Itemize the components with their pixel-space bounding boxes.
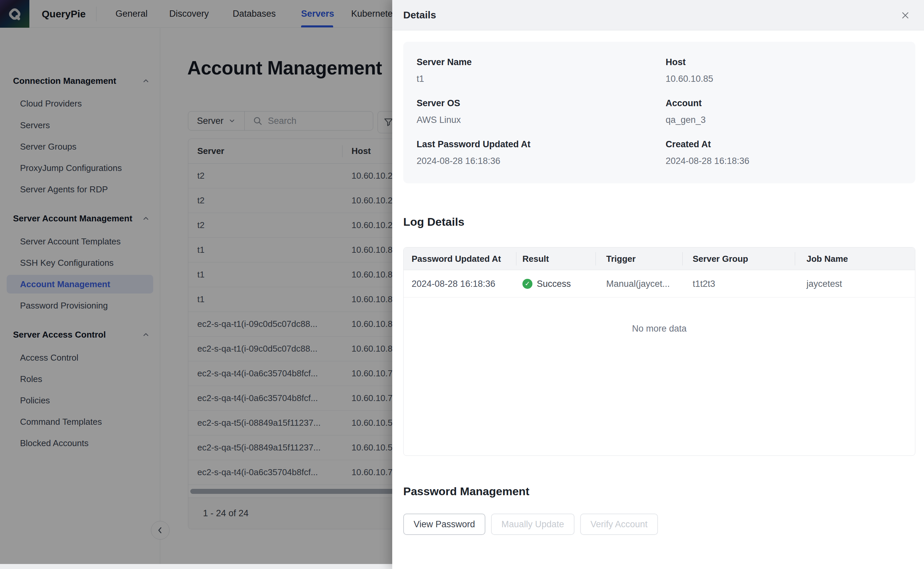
result-text: Success bbox=[537, 270, 571, 298]
field-value: 2024-08-28 16:18:36 bbox=[666, 156, 902, 166]
field-value: AWS Linux bbox=[416, 115, 666, 125]
field-label: Last Password Updated At bbox=[416, 139, 666, 150]
log-table-row[interactable]: 2024-08-28 16:18:36 ✓ Success Manual(jay… bbox=[404, 270, 915, 298]
field-label: Account bbox=[666, 98, 902, 108]
field-server-os: Server OS AWS Linux bbox=[416, 98, 666, 125]
field-label: Host bbox=[666, 57, 902, 67]
field-label: Created At bbox=[666, 139, 902, 150]
close-icon bbox=[900, 10, 911, 21]
app-root: QueryPie General Discovery Databases Ser… bbox=[0, 0, 924, 569]
column-divider bbox=[596, 252, 596, 265]
verify-account-button[interactable]: Verify Account bbox=[580, 514, 658, 535]
field-value: qa_gen_3 bbox=[666, 115, 902, 125]
field-server-name: Server Name t1 bbox=[416, 57, 666, 84]
close-button[interactable] bbox=[899, 9, 912, 22]
field-label: Server Name bbox=[416, 57, 666, 67]
log-table-header: Password Updated At Result Trigger Serve… bbox=[404, 248, 915, 270]
log-details-title: Log Details bbox=[403, 215, 464, 228]
success-check-icon: ✓ bbox=[523, 279, 532, 289]
field-last-password-updated-at: Last Password Updated At 2024-08-28 16:1… bbox=[416, 139, 666, 166]
server-info-card: Server Name t1 Host 10.60.10.85 Server O… bbox=[403, 42, 915, 183]
cell-result: ✓ Success bbox=[523, 270, 571, 298]
manually-update-button[interactable]: Maually Update bbox=[491, 514, 574, 535]
field-created-at: Created At 2024-08-28 16:18:36 bbox=[666, 139, 902, 166]
field-account: Account qa_gen_3 bbox=[666, 98, 902, 125]
log-details-table: Password Updated At Result Trigger Serve… bbox=[403, 247, 915, 456]
field-value: t1 bbox=[416, 74, 666, 84]
column-divider bbox=[795, 252, 795, 265]
field-host: Host 10.60.10.85 bbox=[666, 57, 902, 84]
field-label: Server OS bbox=[416, 98, 666, 108]
password-management-actions: View Password Maually Update Verify Acco… bbox=[403, 514, 658, 535]
column-header-result[interactable]: Result bbox=[523, 248, 549, 270]
column-header-trigger[interactable]: Trigger bbox=[606, 248, 635, 270]
drawer-title: Details bbox=[403, 9, 436, 21]
view-password-button[interactable]: View Password bbox=[403, 514, 485, 535]
drawer-header: Details bbox=[392, 0, 924, 30]
details-drawer: Details Server Name t1 Host 10.60.10.85 … bbox=[392, 0, 924, 569]
cell-password-updated-at: 2024-08-28 16:18:36 bbox=[412, 270, 495, 298]
cell-job-name: jaycetest bbox=[807, 270, 842, 298]
column-header-server-group[interactable]: Server Group bbox=[693, 248, 748, 270]
column-divider bbox=[516, 252, 517, 265]
password-management-title: Password Management bbox=[403, 485, 529, 498]
field-value: 2024-08-28 16:18:36 bbox=[416, 156, 666, 166]
cell-trigger: Manual(jaycet... bbox=[606, 270, 670, 298]
column-header-password-updated-at[interactable]: Password Updated At bbox=[412, 248, 501, 270]
cell-server-group: t1t2t3 bbox=[693, 270, 715, 298]
field-value: 10.60.10.85 bbox=[666, 74, 902, 84]
column-header-job-name[interactable]: Job Name bbox=[807, 248, 848, 270]
no-more-data-text: No more data bbox=[404, 324, 915, 334]
